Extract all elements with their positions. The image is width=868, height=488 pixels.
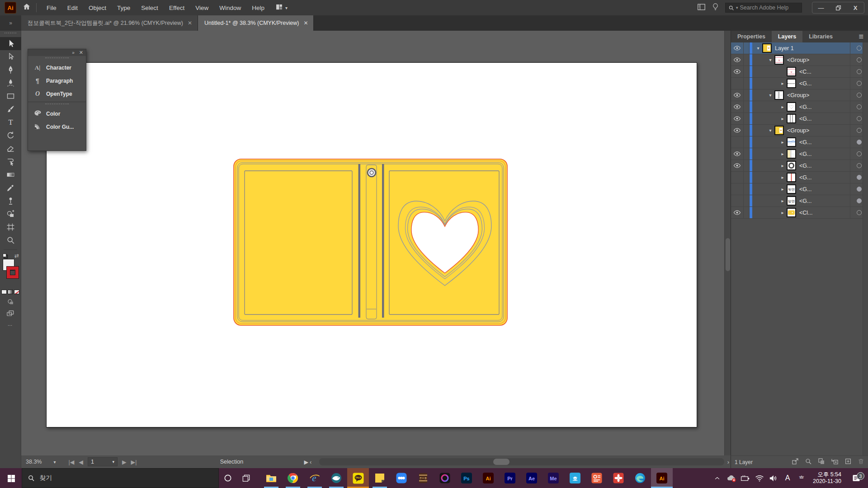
eraser-tool[interactable] (0, 142, 21, 155)
visibility-eye-icon[interactable] (731, 207, 744, 218)
stroke-color-swatch[interactable] (7, 267, 19, 278)
target-circle-icon[interactable] (857, 46, 862, 51)
taskbar-app-kakaotalk[interactable]: TALK (347, 468, 369, 488)
menu-item-effect[interactable]: Effect (165, 1, 189, 14)
menu-item-select[interactable]: Select (137, 1, 163, 14)
lock-column[interactable] (744, 125, 750, 136)
panel-shortcut-color-gu-[interactable]: Color Gu... (28, 120, 86, 133)
chevron-down-icon[interactable]: ▾ (766, 93, 774, 98)
layer-row[interactable]: ▾♥<Group> (731, 125, 868, 136)
layer-name[interactable]: <G... (799, 116, 811, 122)
taskbar-app-chrome[interactable] (282, 468, 304, 488)
layer-name[interactable]: <G... (799, 186, 811, 192)
visibility-eye-icon[interactable] (731, 42, 744, 54)
lock-column[interactable] (744, 42, 750, 54)
taskbar-app-illustrator[interactable]: Ai (477, 468, 499, 488)
dock-panel-icon[interactable] (697, 3, 706, 13)
prev-artboard-icon[interactable]: ◀ (79, 459, 83, 465)
toolbar-grip[interactable] (5, 33, 16, 36)
taskbar-app-edge[interactable] (629, 468, 651, 488)
target-circle-icon[interactable] (857, 69, 862, 74)
layer-thumbnail-yellow-book[interactable]: ♥ (762, 43, 772, 53)
new-layer-icon[interactable] (844, 458, 852, 466)
menu-item-window[interactable]: Window (215, 1, 245, 14)
swap-fill-stroke-icon[interactable]: ⇄ (14, 253, 19, 259)
lock-column[interactable] (744, 54, 750, 66)
action-center-button[interactable]: 3 (847, 474, 865, 483)
close-tab-icon[interactable]: ✕ (188, 20, 192, 26)
lock-column[interactable] (744, 160, 750, 171)
taskbar-app-file-explorer[interactable] (260, 468, 282, 488)
illustrator-app-icon[interactable]: Ai (5, 2, 16, 14)
artboard-tool[interactable] (0, 221, 21, 234)
lock-column[interactable] (744, 66, 750, 77)
target-circle-icon[interactable] (857, 93, 862, 98)
visibility-eye-icon[interactable] (731, 89, 744, 101)
chevron-right-icon[interactable]: ▸ (778, 175, 787, 180)
layer-name[interactable]: <G... (799, 151, 811, 157)
layer-row[interactable]: ▾♡<Group> (731, 89, 868, 101)
onedrive-error-icon[interactable] (726, 474, 737, 483)
wifi-icon[interactable] (754, 474, 765, 482)
panel-shortcut-opentype[interactable]: OOpenType (28, 87, 86, 100)
layer-row[interactable]: ♥<C... (731, 66, 868, 78)
close-tab-icon[interactable]: ✕ (303, 20, 308, 26)
panel-tab-layers[interactable]: Layers (772, 31, 802, 42)
panel-tab-libraries[interactable]: Libraries (802, 31, 839, 42)
menu-item-object[interactable]: Object (84, 1, 111, 14)
chevron-right-icon[interactable]: ▸ (778, 104, 787, 109)
layer-name[interactable]: <G... (799, 198, 811, 204)
horizontal-scrollbar[interactable] (319, 458, 724, 465)
layer-name[interactable]: <G... (799, 80, 811, 87)
taskbar-app-media-encoder[interactable]: Me (542, 468, 564, 488)
layer-row[interactable]: ▸<G... (731, 78, 868, 89)
new-sublayer-icon[interactable] (831, 458, 839, 466)
lock-column[interactable] (744, 113, 750, 124)
menu-item-type[interactable]: Type (113, 1, 135, 14)
minimize-button[interactable]: — (812, 2, 830, 13)
lock-column[interactable] (744, 183, 750, 195)
document-tab-1[interactable]: 점보콜렉트북_2단-작업템플릿.ai* @ 21.96% (CMYK/Previ… (21, 15, 198, 31)
menu-item-view[interactable]: View (191, 1, 213, 14)
rectangle-tool[interactable] (0, 89, 21, 103)
taskbar-app-fonttong[interactable]: 폰트통 (412, 468, 434, 488)
target-circle-icon[interactable] (857, 151, 862, 156)
taskbar-app-whale-browser[interactable] (326, 468, 347, 488)
layer-row[interactable]: ▸♡<G... (731, 101, 868, 113)
visibility-eye-icon[interactable] (731, 113, 744, 124)
menu-item-edit[interactable]: Edit (63, 1, 82, 14)
color-button[interactable] (1, 290, 7, 294)
layer-name[interactable]: <G... (799, 174, 811, 181)
layer-thumbnail-book-heart[interactable]: ♡ (787, 149, 796, 159)
panel-grip[interactable] (45, 57, 69, 60)
chevron-down-icon[interactable]: ▾ (766, 128, 774, 133)
selection-tool[interactable] (0, 37, 21, 50)
menu-item-file[interactable]: File (42, 1, 61, 14)
target-circle-icon[interactable] (857, 104, 862, 109)
panel-tab-properties[interactable]: Properties (731, 31, 772, 42)
taskbar-app-creative-cloud[interactable] (434, 468, 456, 488)
layer-row[interactable]: ▸뒷면<G... (731, 183, 868, 195)
layer-thumbnail-text-back[interactable]: 뒷면 (787, 184, 796, 194)
drawing-modes-button[interactable] (0, 299, 21, 305)
taskbar-app-hancom-hangul[interactable]: 호 (564, 468, 586, 488)
collect-for-export-icon[interactable] (792, 458, 799, 466)
book-artwork[interactable] (233, 159, 508, 326)
target-circle-icon[interactable] (857, 57, 862, 62)
whats-new-bulb-icon[interactable] (712, 3, 719, 13)
taskbar-app-internet-explorer[interactable]: e (304, 468, 326, 488)
layer-name[interactable]: <Group> (787, 127, 809, 134)
lock-column[interactable] (744, 172, 750, 183)
document-tab-2[interactable]: Untitled-1* @ 38.3% (CMYK/Preview)✕ (198, 15, 314, 31)
panel-shortcut-paragraph[interactable]: ¶Paragraph (28, 74, 86, 87)
collapse-panel-icon[interactable]: » (72, 50, 75, 55)
close-window-button[interactable]: X (847, 2, 864, 13)
visibility-eye-icon[interactable] (731, 101, 744, 113)
visibility-eye-icon[interactable] (731, 125, 744, 136)
layer-row[interactable]: ▸<G... (731, 172, 868, 183)
layer-thumbnail-blue-lines[interactable] (787, 137, 796, 147)
visibility-eye-icon[interactable] (731, 195, 744, 206)
locate-object-icon[interactable] (805, 458, 812, 466)
lock-column[interactable] (744, 101, 750, 113)
layer-thumbnail-heart-outline[interactable]: ♡ (787, 102, 796, 112)
